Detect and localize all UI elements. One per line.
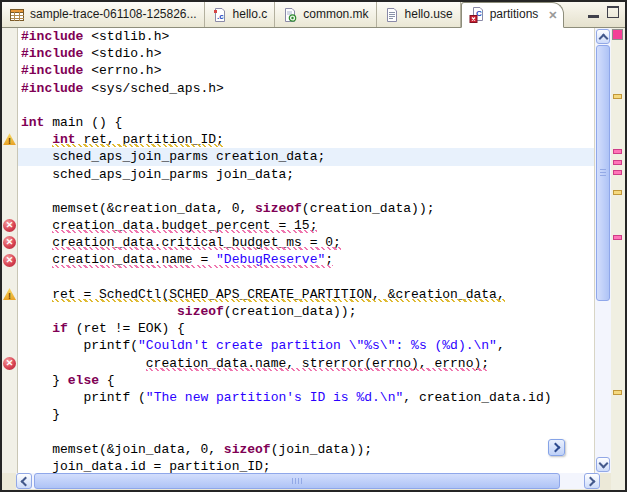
horizontal-scrollbar[interactable]: [16, 473, 600, 489]
overview-ruler[interactable]: [611, 28, 625, 490]
code-line[interactable]: [18, 97, 594, 114]
error-icon[interactable]: ✕: [3, 219, 16, 232]
code-line[interactable]: join_data.id = partition_ID;: [18, 458, 594, 473]
code-line[interactable]: sched_aps_join_parms join_data;: [18, 166, 594, 183]
warning-squiggle: [52, 299, 504, 302]
code-line[interactable]: #include <errno.h>: [18, 62, 594, 79]
svg-text:.c: .c: [217, 12, 224, 21]
scroll-up-button[interactable]: [596, 29, 610, 44]
text-file-icon: [384, 7, 400, 23]
tab-label: hello.use: [405, 7, 453, 21]
tab-label: common.mk: [303, 7, 368, 21]
ide-editor-window: sample-trace-061108-125826... .c hello.c…: [0, 0, 627, 492]
scroll-left-button[interactable]: [16, 473, 32, 489]
tab-partitions[interactable]: C partitions ✕: [461, 2, 564, 28]
close-icon[interactable]: ✕: [548, 9, 557, 22]
tab-label: hello.c: [233, 7, 268, 21]
tab-label: partitions: [490, 7, 539, 21]
maximize-icon[interactable]: [607, 6, 619, 18]
code-pane[interactable]: #include <stdlib.h>#include <stdio.h>#in…: [18, 28, 594, 473]
horizontal-scrollbar-thumb[interactable]: [34, 473, 560, 489]
ruler-marker-error[interactable]: [613, 170, 622, 175]
bottom-bar: [2, 473, 611, 490]
error-squiggle: [146, 368, 489, 371]
vertical-scrollbar[interactable]: [594, 28, 611, 473]
c-file-error-icon: C: [469, 7, 485, 23]
code-line[interactable]: #include <stdlib.h>: [18, 28, 594, 45]
tab-hello-use[interactable]: hello.use: [377, 2, 461, 27]
code-line[interactable]: memset(&join_data, 0, sizeof(join_data))…: [18, 441, 594, 458]
warning-squiggle: [52, 144, 224, 147]
c-file-icon: .c: [212, 7, 228, 23]
editor-tab-bar: sample-trace-061108-125826... .c hello.c…: [2, 2, 625, 28]
chevron-down-icon: [598, 458, 608, 468]
code-line[interactable]: int main () {: [18, 114, 594, 131]
ruler-marker-error[interactable]: [613, 160, 622, 165]
minimize-icon[interactable]: [588, 6, 599, 18]
code-line[interactable]: [18, 423, 594, 440]
code-line[interactable]: printf("Couldn't create partition \"%s\"…: [18, 337, 594, 354]
code-line[interactable]: } else {: [18, 372, 594, 389]
code-line[interactable]: memset(&creation_data, 0, sizeof(creatio…: [18, 200, 594, 217]
error-squiggle: [52, 230, 317, 233]
code-line[interactable]: creation_data.name, strerror(errno), err…: [18, 355, 594, 372]
code-line[interactable]: [18, 269, 594, 286]
warning-icon[interactable]: !: [3, 288, 16, 300]
code-line[interactable]: creation_data.budget_percent = 15;: [18, 217, 594, 234]
tab-hello-c[interactable]: .c hello.c: [205, 2, 276, 27]
error-icon[interactable]: ✕: [3, 357, 16, 370]
scroll-down-button[interactable]: [596, 457, 610, 472]
tab-label: sample-trace-061108-125826...: [30, 7, 197, 21]
code-line[interactable]: int ret, partition_ID;: [18, 131, 594, 148]
code-line[interactable]: sched_aps_join_parms creation_data;: [18, 148, 594, 165]
code-editor: !✕✕✕!✕ #include <stdlib.h>#include <stdi…: [2, 28, 625, 473]
error-squiggle: [52, 265, 333, 268]
document-status-indicator[interactable]: [612, 29, 623, 40]
trace-table-icon: [9, 7, 25, 23]
ruler-marker-error[interactable]: [613, 149, 622, 154]
code-line[interactable]: }: [18, 406, 594, 423]
code-line[interactable]: creation_data.critical_budget_ms = 0;: [18, 234, 594, 251]
error-icon[interactable]: ✕: [3, 254, 16, 267]
ruler-marker-error[interactable]: [613, 235, 622, 240]
code-line[interactable]: creation_data.name = "DebugReserve";: [18, 251, 594, 268]
chevron-right-icon: [586, 476, 596, 486]
annotation-gutter: !✕✕✕!✕: [2, 28, 18, 473]
scroll-right-button[interactable]: [584, 473, 600, 489]
tab-common-mk[interactable]: common.mk: [275, 2, 376, 27]
code-line[interactable]: [18, 183, 594, 200]
error-squiggle: [52, 247, 341, 250]
code-line[interactable]: #include <sys/sched_aps.h>: [18, 80, 594, 97]
ruler-marker-warning[interactable]: [613, 190, 622, 195]
makefile-icon: [282, 7, 298, 23]
chevron-up-icon: [598, 33, 608, 43]
code-line[interactable]: if (ret != EOK) {: [18, 320, 594, 337]
chevron-left-icon: [21, 476, 31, 486]
chevron-right-icon: [550, 443, 560, 453]
warning-icon[interactable]: !: [3, 133, 16, 145]
ruler-marker-warning[interactable]: [613, 390, 622, 395]
code-line[interactable]: printf ("The new partition's ID is %d.\n…: [18, 389, 594, 406]
code-line[interactable]: ret = SchedCtl(SCHED_APS_CREATE_PARTITIO…: [18, 286, 594, 303]
ruler-marker-warning[interactable]: [613, 94, 622, 99]
vertical-scrollbar-thumb[interactable]: [596, 45, 610, 301]
view-controls: [588, 6, 619, 18]
code-line[interactable]: sizeof(creation_data));: [18, 303, 594, 320]
code-line[interactable]: #include <stdio.h>: [18, 45, 594, 62]
tab-sample-trace[interactable]: sample-trace-061108-125826...: [2, 2, 205, 27]
next-annotation-button[interactable]: [548, 439, 565, 456]
error-icon[interactable]: ✕: [3, 236, 16, 249]
